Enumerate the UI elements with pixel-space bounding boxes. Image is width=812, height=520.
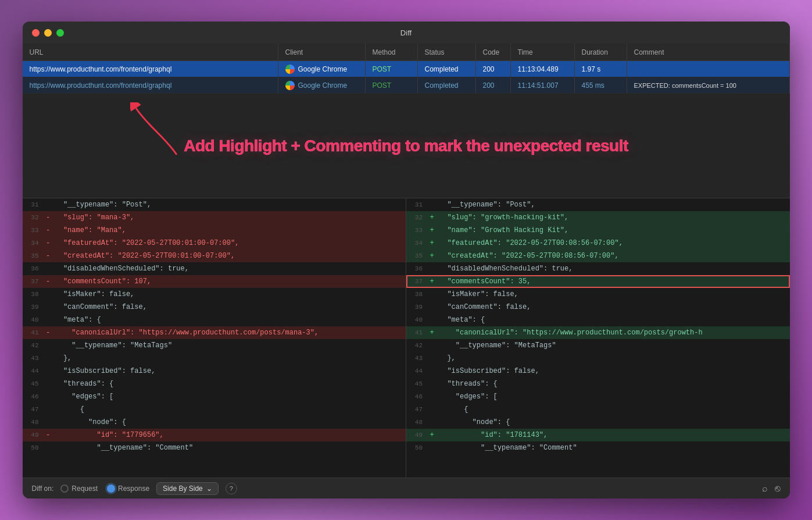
cell-url-2: https://www.producthunt.com/frontend/gra… [23, 77, 278, 93]
diff-line: 38 "isMaker": false, [23, 288, 406, 301]
traffic-lights [32, 29, 64, 37]
line-marker [44, 365, 53, 377]
help-icon: ? [230, 485, 233, 492]
diff-pane-left[interactable]: 31 "__typename": "Post",32- "slug": "man… [23, 198, 407, 478]
diff-line: 49- "id": "1779656", [23, 429, 406, 441]
line-marker [427, 441, 437, 454]
chevron-down-icon: ⌄ [206, 485, 212, 493]
header-duration: Duration [575, 44, 627, 60]
line-marker: + [427, 224, 437, 237]
line-number: 42 [406, 339, 427, 352]
line-content: "__typename": "MetaTags" [437, 339, 790, 352]
line-marker [44, 352, 53, 365]
line-content: "createdAt": "2022-05-27T00:01:00-07:00"… [53, 250, 406, 262]
line-number: 33 [23, 224, 44, 237]
line-marker: - [44, 275, 53, 288]
header-method: Method [366, 44, 418, 60]
cell-time-2: 11:14:51.007 [511, 77, 575, 93]
cell-method-1: POST [366, 61, 418, 77]
line-marker [427, 262, 437, 275]
table-header: URL Client Method Status Code Time Durat… [23, 44, 790, 61]
diff-line: 45 "threads": { [406, 377, 790, 390]
line-number: 32 [23, 211, 44, 224]
maximize-button[interactable] [56, 29, 64, 37]
line-number: 46 [23, 390, 44, 403]
bottom-right-actions: ⌕ ⎋ [762, 483, 781, 494]
line-content: "threads": { [437, 377, 790, 390]
radio-request[interactable]: Request [60, 485, 98, 493]
line-number: 36 [406, 262, 427, 275]
line-content: "slug": "mana-3", [53, 211, 406, 224]
line-content: "__typename": "Comment" [437, 441, 790, 454]
table-row[interactable]: https://www.producthunt.com/frontend/gra… [23, 77, 790, 94]
diff-line: 31 "__typename": "Post", [23, 198, 406, 211]
diff-line: 41- "canonicalUrl": "https://www.product… [23, 326, 406, 339]
radio-response-label: Response [118, 485, 149, 493]
radio-response[interactable]: Response [107, 485, 149, 493]
line-marker: + [427, 429, 437, 441]
table-row[interactable]: https://www.producthunt.com/frontend/gra… [23, 61, 790, 77]
line-number: 39 [23, 301, 44, 314]
line-number: 35 [406, 250, 427, 262]
line-number: 44 [406, 365, 427, 377]
diff-line: 35- "createdAt": "2022-05-27T00:01:00-07… [23, 250, 406, 262]
line-marker [44, 441, 53, 454]
line-number: 36 [23, 262, 44, 275]
share-button[interactable]: ⎋ [775, 483, 781, 494]
search-button[interactable]: ⌕ [762, 483, 768, 494]
line-marker [427, 288, 437, 301]
cell-duration-1: 1.97 s [575, 61, 627, 77]
line-content: "featuredAt": "2022-05-27T00:01:00-07:00… [53, 237, 406, 250]
side-by-side-dropdown[interactable]: Side By Side ⌄ [156, 482, 219, 495]
diff-line: 39 "canComment": false, [23, 301, 406, 314]
line-marker [427, 377, 437, 390]
diff-line: 42 "__typename": "MetaTags" [23, 339, 406, 352]
close-button[interactable] [32, 29, 40, 37]
diff-line: 38 "isMaker": false, [406, 288, 790, 301]
header-client: Client [278, 44, 366, 60]
help-button[interactable]: ? [226, 483, 237, 494]
line-number: 47 [23, 403, 44, 416]
line-marker: - [44, 250, 53, 262]
diff-line: 44 "isSubscribed": false, [23, 365, 406, 377]
annotation-area: Add Highlight + Commenting to mark the u… [23, 94, 790, 198]
line-content: "canComment": false, [437, 301, 790, 314]
line-marker [44, 403, 53, 416]
line-content: { [437, 403, 790, 416]
line-number: 45 [406, 377, 427, 390]
diff-line: 34- "featuredAt": "2022-05-27T00:01:00-0… [23, 237, 406, 250]
line-number: 43 [23, 352, 44, 365]
line-number: 39 [406, 301, 427, 314]
line-number: 49 [406, 429, 427, 441]
line-content: "isMaker": false, [53, 288, 406, 301]
annotation-text: Add Highlight + Commenting to mark the u… [184, 137, 628, 155]
line-content: "threads": { [53, 377, 406, 390]
line-marker: - [44, 211, 53, 224]
arrow-annotation [130, 102, 200, 161]
line-content: "name": "Mana", [53, 224, 406, 237]
line-content: "node": { [437, 416, 790, 429]
line-content: "__typename": "MetaTags" [53, 339, 406, 352]
diff-line: 36 "disabledWhenScheduled": true, [23, 262, 406, 275]
header-status: Status [418, 44, 476, 60]
line-content: "canonicalUrl": "https://www.producthunt… [53, 326, 406, 339]
line-marker [427, 301, 437, 314]
minimize-button[interactable] [44, 29, 52, 37]
line-marker: + [427, 211, 437, 224]
line-number: 37 [406, 275, 427, 288]
diff-line: 37- "commentsCount": 107, [23, 275, 406, 288]
bottom-bar: Diff on: Request Response Side By Side ⌄… [23, 478, 790, 498]
diff-line: 48 "node": { [23, 416, 406, 429]
line-number: 35 [23, 250, 44, 262]
line-number: 48 [23, 416, 44, 429]
diff-pane-right[interactable]: 31 "__typename": "Post",32+ "slug": "gro… [406, 198, 790, 478]
radio-request-circle [60, 485, 69, 493]
diff-line: 50 "__typename": "Comment" [406, 441, 790, 454]
line-content: "id": "1779656", [53, 429, 406, 441]
line-marker [44, 416, 53, 429]
cell-status-2: Completed [418, 77, 476, 93]
line-marker [44, 377, 53, 390]
radio-group: Request Response [60, 485, 149, 493]
line-content: "slug": "growth-hacking-kit", [437, 211, 790, 224]
cell-duration-2: 455 ms [575, 77, 627, 93]
